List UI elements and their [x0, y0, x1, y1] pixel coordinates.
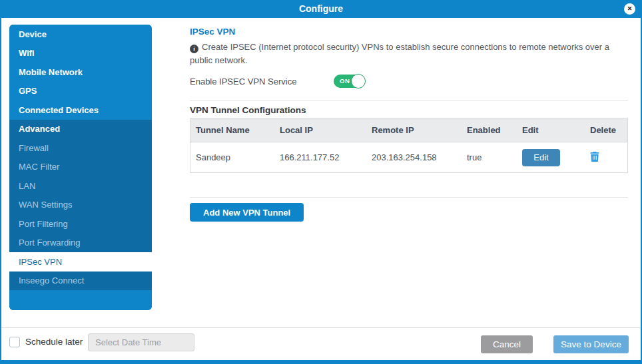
sidebar-item-inseego-connect[interactable]: Inseego Connect [9, 272, 152, 291]
sidebar-item-wan-settings[interactable]: WAN Settings [9, 196, 152, 215]
sidebar: Device Wifi Mobile Network GPS Connected… [9, 25, 152, 310]
cancel-button[interactable]: Cancel [481, 335, 533, 353]
divider [190, 100, 628, 101]
edit-button[interactable]: Edit [522, 149, 560, 166]
dialog-title: Configure [0, 0, 642, 18]
sidebar-item-mac-filter[interactable]: MAC Filter [9, 158, 152, 177]
sidebar-item-advanced[interactable]: Advanced [9, 120, 152, 139]
cell-remote-ip: 203.163.254.158 [366, 152, 462, 162]
sidebar-item-port-filtering[interactable]: Port Filtering [9, 214, 152, 234]
header-cell-local-ip: Local IP [274, 125, 366, 135]
info-text-body: Create IPSEC (Internet protocol security… [190, 42, 609, 65]
toggle-on-label: ON [340, 77, 350, 85]
header-cell-remote-ip: Remote IP [366, 125, 462, 135]
vpn-tunnel-table: Tunnel Name Local IP Remote IP Enabled E… [190, 118, 628, 173]
sidebar-item-wifi[interactable]: Wifi [9, 44, 152, 63]
page-title: IPSec VPN [190, 27, 235, 37]
header-cell-tunnel-name: Tunnel Name [190, 125, 274, 135]
trash-icon[interactable] [590, 152, 599, 162]
table-header-row: Tunnel Name Local IP Remote IP Enabled E… [190, 118, 627, 142]
titlebar: Configure ✕ [0, 0, 642, 18]
sidebar-item-ipsec-vpn[interactable]: IPSec VPN [9, 252, 152, 272]
schedule-later-label: Schedule later [25, 337, 83, 347]
sidebar-item-mobile-network[interactable]: Mobile Network [9, 63, 152, 82]
enable-ipsec-label: Enable IPSEC VPN Service [190, 77, 334, 87]
header-cell-enabled: Enabled [462, 125, 517, 135]
sidebar-filler [9, 290, 152, 310]
info-icon: i [190, 45, 198, 53]
configure-dialog: Configure ✕ Device Wifi Mobile Network G… [0, 0, 642, 364]
cell-tunnel-name: Sandeep [190, 152, 274, 162]
table-row: Sandeep 166.211.177.52 203.163.254.158 t… [190, 142, 627, 172]
sidebar-item-firewall[interactable]: Firewall [9, 138, 152, 158]
cell-enabled: true [462, 152, 517, 162]
header-cell-delete: Delete [585, 125, 629, 135]
sidebar-item-device[interactable]: Device [9, 25, 152, 44]
close-icon: ✕ [624, 3, 635, 15]
enable-ipsec-row: Enable IPSEC VPN Service ON [190, 73, 365, 89]
datetime-input[interactable] [88, 333, 194, 351]
divider [190, 197, 628, 198]
info-text: iCreate IPSEC (Internet protocol securit… [190, 41, 624, 67]
add-new-vpn-tunnel-button[interactable]: Add New VPN Tunnel [190, 203, 304, 222]
sidebar-item-port-forwarding[interactable]: Port Forwarding [9, 234, 152, 253]
cell-local-ip: 166.211.177.52 [274, 152, 366, 162]
sidebar-item-lan[interactable]: LAN [9, 176, 152, 196]
close-button[interactable]: ✕ [624, 3, 635, 15]
save-to-device-button[interactable]: Save to Device [553, 335, 629, 353]
sidebar-item-gps[interactable]: GPS [9, 82, 152, 101]
table-title: VPN Tunnel Configurations [190, 105, 306, 115]
cell-delete [585, 152, 629, 164]
main-content: IPSec VPN iCreate IPSEC (Internet protoc… [190, 25, 628, 324]
header-cell-edit: Edit [517, 125, 585, 135]
schedule-later-checkbox[interactable] [9, 337, 20, 347]
footer: Schedule later Cancel Save to Device [1, 327, 641, 358]
toggle-knob [351, 74, 366, 89]
ipsec-vpn-toggle[interactable]: ON [334, 75, 365, 88]
cell-edit: Edit [517, 149, 585, 166]
sidebar-item-connected-devices[interactable]: Connected Devices [9, 100, 152, 120]
